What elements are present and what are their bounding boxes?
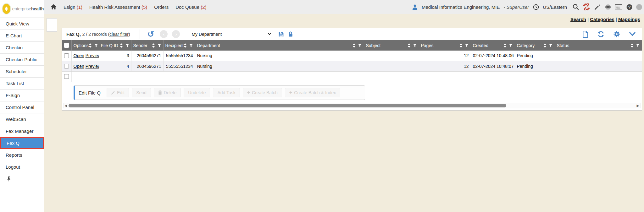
search-icon[interactable] (572, 3, 580, 11)
pin-icon[interactable] (5, 175, 13, 183)
create-batch-index-button[interactable]: +Create Batch & Index (285, 88, 340, 97)
refresh-icon[interactable] (597, 30, 605, 38)
filter-status-icon[interactable] (636, 44, 640, 47)
filter-department-icon[interactable] (358, 44, 362, 47)
create-batch-button[interactable]: +Create Batch (243, 88, 282, 97)
grid-toolbar-right (581, 30, 637, 38)
sort-pages-icon[interactable] (459, 43, 463, 48)
home-icon[interactable] (50, 3, 57, 11)
nav-orders-label: Orders (154, 4, 169, 10)
row-1-options-cell: Open Preview (71, 51, 99, 61)
sidebar-item-task-list[interactable]: Task List (0, 78, 44, 90)
sidebar-item-quick-view[interactable]: Quick View (0, 18, 44, 30)
timezone-label[interactable]: US/Eastern (543, 4, 567, 10)
lock-icon[interactable] (287, 30, 294, 38)
quick-links: Search | Categories | Mappings (570, 17, 640, 22)
sort-sender-icon[interactable] (152, 43, 155, 48)
sidebar-item-fax-q[interactable]: Fax Q (0, 137, 44, 149)
mappings-link[interactable]: Mappings (618, 17, 640, 22)
sidebar-item-control-panel[interactable]: Control Panel (0, 101, 44, 113)
sort-options-icon[interactable] (89, 43, 92, 48)
row-1-subject (364, 51, 419, 61)
row-1-open-link[interactable]: Open (74, 53, 84, 58)
create-batch-button-label: Create Batch (252, 90, 278, 95)
header-created: Created (471, 40, 515, 51)
edit-button-label: Edit (117, 90, 125, 95)
sidebar-item-checkin-public[interactable]: Checkin-Public (0, 54, 44, 66)
scroll-left-arrow-icon[interactable]: ◀ (64, 103, 67, 108)
help-icon[interactable]: ? (625, 3, 633, 11)
sidebar-item-webscan[interactable]: WebScan (0, 113, 44, 125)
scroll-right-arrow-icon[interactable]: ▶ (637, 103, 639, 108)
nav-health-risk-assessment[interactable]: Health Risk Assessment (5) (89, 4, 147, 10)
sidebar-item-fax-manager[interactable]: Fax Manager (0, 125, 44, 137)
sort-subject-icon[interactable] (408, 43, 411, 48)
sort-category-icon[interactable] (543, 43, 547, 48)
sort-status-icon[interactable] (630, 43, 634, 48)
prev-page-icon[interactable]: ‹ (160, 30, 168, 38)
sort-file-q-id-icon[interactable] (120, 43, 123, 48)
undelete-button[interactable]: Undelete (184, 88, 210, 97)
sidebar-item-e-sign[interactable]: E-Sign (0, 90, 44, 101)
filter-file-q-id-icon[interactable] (125, 44, 129, 47)
nav-orders[interactable]: Orders (154, 4, 169, 10)
row-1-preview-link[interactable]: Preview (86, 53, 99, 58)
panel-resize-handle[interactable] (47, 18, 57, 32)
search-link[interactable]: Search (570, 17, 586, 22)
new-document-icon[interactable] (581, 30, 589, 38)
row-2-preview-link[interactable]: Preview (86, 64, 99, 69)
filter-pages-icon[interactable] (465, 44, 469, 47)
globe-icon[interactable] (604, 3, 612, 11)
app-logo: enterprisehealth (0, 0, 44, 18)
filter-category-icon[interactable] (549, 44, 553, 47)
header-options-label: Options (74, 43, 89, 48)
sidebar-item-reports[interactable]: Reports (0, 149, 44, 161)
row-2-checkbox[interactable] (64, 64, 69, 68)
row-3-checkbox[interactable] (64, 74, 69, 79)
sidebar-item-scheduler[interactable]: Scheduler (0, 66, 44, 78)
top-bar-right: Medical Informatics Engineering, MIE - S… (411, 3, 642, 11)
add-task-button[interactable]: Add Task (213, 88, 240, 97)
row-2-open-link[interactable]: Open (74, 64, 84, 69)
sort-created-icon[interactable] (503, 43, 507, 48)
nav-esign[interactable]: Esign (1) (64, 4, 82, 10)
categories-link[interactable]: Categories (590, 17, 614, 22)
row-1-status (555, 51, 642, 61)
select-all-checkbox[interactable] (64, 43, 69, 48)
collapse-chevron-icon[interactable] (629, 30, 636, 38)
filter-recipient-icon[interactable] (189, 44, 193, 47)
keyboard-icon[interactable] (615, 3, 622, 11)
gear-icon[interactable] (613, 30, 620, 38)
sidebar-item-e-chart[interactable]: E-Chart (0, 30, 44, 42)
department-filter-select[interactable]: My Department (190, 30, 272, 38)
sidebar-item-logout[interactable]: Logout (0, 161, 44, 173)
row-2-file-q-id: 4 (99, 61, 131, 71)
sidebar-item-checkin[interactable]: Checkin (0, 42, 44, 54)
delete-button[interactable]: Delete (154, 88, 181, 97)
top-bar: Esign (1) Health Risk Assessment (5) Ord… (44, 0, 644, 14)
wand-icon[interactable] (593, 3, 601, 11)
filter-created-icon[interactable] (509, 44, 513, 47)
row-2-pages: 12 (419, 61, 471, 71)
nav-doc-queue[interactable]: Doc Queue (2) (175, 4, 206, 10)
save-filter-icon[interactable] (277, 30, 285, 38)
sort-recipient-icon[interactable] (184, 43, 187, 48)
row-2-sender: 2604596271 (131, 61, 163, 71)
header-status-label: Status (557, 43, 569, 48)
scrollbar-thumb[interactable] (69, 104, 506, 107)
filter-options-icon[interactable] (94, 44, 98, 47)
sort-department-icon[interactable] (353, 43, 356, 48)
broken-link-icon[interactable] (583, 3, 590, 11)
header-subject-label: Subject (366, 43, 381, 48)
edit-button[interactable]: Edit (107, 88, 129, 97)
next-page-icon[interactable]: › (172, 30, 180, 38)
logo-text-enterprise: enterprise (12, 6, 31, 11)
filter-sender-icon[interactable] (157, 44, 161, 47)
row-1-checkbox[interactable] (64, 53, 69, 58)
send-button[interactable]: Send (132, 88, 151, 97)
undo-icon[interactable]: ↺ (147, 31, 154, 37)
row-3-empty-cell (71, 71, 642, 82)
clear-filter-link[interactable]: clear filter (109, 32, 129, 37)
filter-subject-icon[interactable] (413, 44, 417, 47)
user-icon (411, 3, 419, 11)
